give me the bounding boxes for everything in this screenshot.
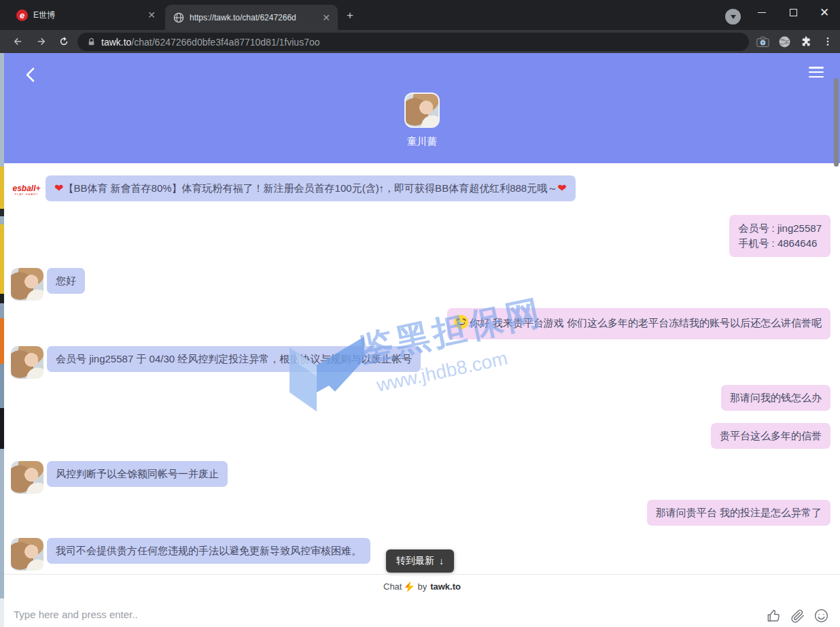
heart-icon: ❤ xyxy=(557,182,566,194)
chat-widget: 童川蔷 esball+PLAY SMART❤【BB体育 新會首存80%】体育玩粉… xyxy=(0,53,840,627)
agent-avatar xyxy=(11,461,43,494)
globe-favicon-icon xyxy=(173,12,184,23)
chat-message-input[interactable] xyxy=(14,605,530,623)
maximize-button[interactable] xyxy=(777,0,809,24)
esball-wordmark: esball+ xyxy=(12,184,40,192)
hamburger-menu-button[interactable] xyxy=(809,67,824,78)
chat-message-row: 那请问我的钱怎么办 xyxy=(11,385,830,411)
address-bar[interactable]: tawk.to/chat/6247266d0bfe3f4a87710d81/1f… xyxy=(77,33,749,51)
screenshot-camera-icon[interactable] xyxy=(755,34,770,49)
arrow-down-icon: ↓ xyxy=(439,556,444,566)
back-button[interactable] xyxy=(8,32,27,51)
lightning-bolt-icon xyxy=(405,581,414,592)
message-bubble: 贵平台这么多年的信誉 xyxy=(711,423,830,449)
attachment-paperclip-button[interactable] xyxy=(790,608,805,624)
message-text: 贵平台这么多年的信誉 xyxy=(720,430,822,441)
message-text: 会员号 : jing25587 xyxy=(738,221,822,236)
tab-title: https://tawk.to/chat/6247266d xyxy=(190,13,315,22)
browser-menu-icon[interactable] xyxy=(820,34,835,49)
chat-message-row: esball+PLAY SMART❤【BB体育 新會首存80%】体育玩粉有福了！… xyxy=(11,175,830,203)
translate-globe-icon[interactable] xyxy=(777,34,792,49)
message-text: 风控判断予以全馀额同帐号一并废止 xyxy=(56,468,219,479)
grinning-face-icon xyxy=(453,314,469,333)
thumbs-up-button[interactable] xyxy=(766,608,782,624)
browser-tab-bar: e E世博 ✕ https://tawk.to/chat/6247266d ✕ … xyxy=(0,0,840,30)
message-bubble: 你好 我来贵平台游戏 你们这么多年的老平台冻结我的账号以后还怎么讲信誉呢 xyxy=(447,308,830,339)
chat-message-row: 你好 我来贵平台游戏 你们这么多年的老平台冻结我的账号以后还怎么讲信誉呢 xyxy=(11,308,830,339)
message-text: 会员号 jing25587 于 04/30 经风控判定投注异常，根据协议与规则与… xyxy=(56,353,412,365)
message-bubble: ❤【BB体育 新會首存80%】体育玩粉有福了！新注册会员首存100元(含)↑，即… xyxy=(46,175,576,201)
lock-icon xyxy=(87,37,96,47)
reload-button[interactable] xyxy=(54,32,73,51)
agent-name: 童川蔷 xyxy=(4,135,840,148)
message-text: 手机号 : 4864646 xyxy=(738,236,822,251)
url-domain: tawk.to xyxy=(101,37,131,48)
message-text: 你好 我来贵平台游戏 你们这么多年的老平台冻结我的账号以后还怎么讲信誉呢 xyxy=(470,317,822,328)
tawk-branding[interactable]: Chat by tawk.to xyxy=(4,574,840,598)
window-controls: ✕ xyxy=(746,0,840,24)
message-bubble: 风控判断予以全馀额同帐号一并废止 xyxy=(47,461,228,487)
chat-message-row: 贵平台这么多年的信誉 xyxy=(11,423,830,449)
close-window-button[interactable]: ✕ xyxy=(809,0,840,24)
tab-tawk-chat[interactable]: https://tawk.to/chat/6247266d ✕ xyxy=(165,5,338,30)
chat-message-row: 风控判断予以全馀额同帐号一并废止 xyxy=(11,461,830,494)
heart-icon: ❤ xyxy=(54,182,63,194)
profile-menu-button[interactable] xyxy=(725,9,741,24)
minimize-button[interactable] xyxy=(746,0,777,24)
esbo-favicon-icon: e xyxy=(16,10,28,21)
forward-button[interactable] xyxy=(32,32,51,51)
tab-close-icon[interactable]: ✕ xyxy=(320,12,332,24)
back-chevron-button[interactable] xyxy=(20,65,39,84)
agent-avatar xyxy=(11,346,43,379)
chat-message-row: 那请问贵平台 我的投注是怎么异常了 xyxy=(11,500,830,526)
jump-to-latest-button[interactable]: 转到最新 ↓ xyxy=(386,549,454,573)
agent-avatar xyxy=(11,538,43,571)
tab-close-icon[interactable]: ✕ xyxy=(145,9,158,21)
message-text: 那请问我的钱怎么办 xyxy=(730,392,822,403)
message-bubble: 会员号 : jing25587手机号 : 4864646 xyxy=(729,215,830,257)
scrollbar-thumb[interactable] xyxy=(834,78,839,167)
new-tab-button[interactable]: + xyxy=(343,9,357,22)
extensions-puzzle-icon[interactable] xyxy=(799,34,813,49)
message-bubble: 那请问贵平台 我的投注是怎么异常了 xyxy=(647,500,830,526)
tab-esbo[interactable]: e E世博 ✕ xyxy=(7,0,163,30)
chat-header: 童川蔷 xyxy=(4,53,840,163)
tab-title: E世博 xyxy=(33,10,140,21)
message-bubble: 我司不会提供贵方任何您违规的手法以避免更新导致风控审核困难。 xyxy=(47,538,370,564)
message-bubble: 那请问我的钱怎么办 xyxy=(721,385,830,411)
emoji-picker-button[interactable] xyxy=(813,608,829,624)
esball-logo-avatar: esball+PLAY SMART xyxy=(11,177,42,203)
chat-message-row: 会员号 jing25587 于 04/30 经风控判定投注异常，根据协议与规则与… xyxy=(11,346,830,379)
chat-message-row: 您好 xyxy=(11,268,830,301)
agent-avatar xyxy=(404,92,440,128)
message-text: 那请问贵平台 我的投注是怎么异常了 xyxy=(656,507,822,518)
message-text: 【BB体育 新會首存80%】体育玩粉有福了！新注册会员首存100元(含)↑，即可… xyxy=(63,182,557,194)
url-path: /chat/6247266d0bfe3f4a87710d81/1fvius7oo xyxy=(131,37,319,48)
message-text: 您好 xyxy=(56,275,76,286)
message-bubble: 您好 xyxy=(47,268,85,294)
message-bubble: 会员号 jing25587 于 04/30 经风控判定投注异常，根据协议与规则与… xyxy=(47,346,421,372)
chat-message-row: 会员号 : jing25587手机号 : 4864646 xyxy=(11,215,830,257)
message-text: 我司不会提供贵方任何您违规的手法以避免更新导致风控审核困难。 xyxy=(56,545,362,556)
esball-tagline: PLAY SMART xyxy=(15,192,39,196)
agent-avatar xyxy=(11,268,43,301)
